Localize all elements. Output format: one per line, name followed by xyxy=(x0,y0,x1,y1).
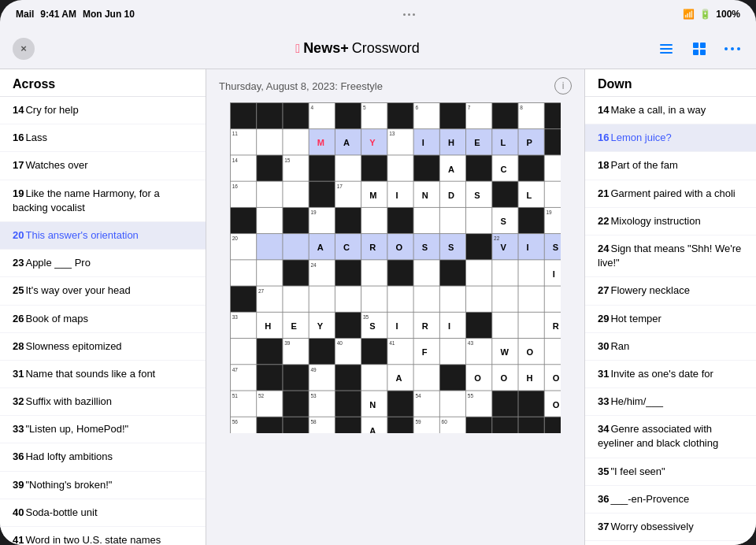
more-options-button[interactable] xyxy=(721,38,743,60)
status-left: Mail 9:41 AM Mon Jun 10 xyxy=(16,9,135,20)
svg-text:S: S xyxy=(474,191,480,200)
down-clue-35[interactable]: 35"I feel seen" xyxy=(585,458,756,486)
across-clue-20[interactable]: 20This answer's orientation xyxy=(0,222,206,250)
down-clue-14[interactable]: 14Make a call, in a way xyxy=(585,97,756,124)
across-clue-32[interactable]: 32Suffix with bazillion xyxy=(0,388,206,416)
status-center xyxy=(403,13,415,16)
svg-text:H: H xyxy=(448,138,454,147)
svg-text:A: A xyxy=(369,426,376,433)
svg-rect-208 xyxy=(335,365,361,390)
across-clue-39[interactable]: 39"Nothing's broken!" xyxy=(0,472,206,499)
across-clue-19[interactable]: 19Like the name Harmony, for a backing v… xyxy=(0,180,206,222)
down-clue-34[interactable]: 34Genre associated with eyeliner and bla… xyxy=(585,416,756,458)
svg-rect-152 xyxy=(387,287,413,312)
across-clue-41[interactable]: 41Word in two U.S. state names xyxy=(0,527,206,545)
svg-rect-136 xyxy=(361,260,387,285)
svg-rect-86 xyxy=(492,182,517,207)
svg-rect-154 xyxy=(440,287,465,312)
svg-rect-194 xyxy=(440,339,465,364)
down-clue-16[interactable]: 16Lemon juice? xyxy=(585,124,756,152)
down-clue-22[interactable]: 22Mixology instruction xyxy=(585,208,756,235)
across-clue-14[interactable]: 14Cry for help xyxy=(0,97,206,124)
crossword-grid[interactable]: .gc { fill: white; } .gb { fill: #1a1a1a… xyxy=(230,102,561,433)
svg-rect-97 xyxy=(387,208,413,233)
svg-rect-245 xyxy=(283,417,308,433)
list-view-button[interactable] xyxy=(655,38,677,60)
svg-text:24: 24 xyxy=(310,262,317,268)
svg-rect-167 xyxy=(335,313,361,338)
down-clue-29[interactable]: 29Hot temper xyxy=(585,306,756,333)
down-clue-33[interactable]: 33He/him/___ xyxy=(585,388,756,416)
across-clues-list: 14Cry for help 16Lass 17Watches over 19L… xyxy=(0,97,206,545)
svg-rect-201 xyxy=(545,339,561,364)
crossword-container[interactable]: .gc { fill: white; } .gb { fill: #1a1a1a… xyxy=(206,102,584,545)
svg-rect-108 xyxy=(257,234,282,259)
svg-text:58: 58 xyxy=(310,419,317,425)
svg-rect-259 xyxy=(545,417,561,433)
svg-rect-22 xyxy=(440,103,465,128)
svg-text:8: 8 xyxy=(520,105,523,110)
down-clue-18[interactable]: 18Part of the fam xyxy=(585,152,756,180)
svg-text:5: 5 xyxy=(363,105,366,110)
svg-rect-175 xyxy=(440,313,465,338)
svg-rect-157 xyxy=(518,287,543,312)
across-clue-36[interactable]: 36Had lofty ambitions xyxy=(0,443,206,471)
svg-rect-59 xyxy=(361,155,387,180)
svg-text:O: O xyxy=(474,373,481,383)
svg-rect-205 xyxy=(283,365,308,390)
close-button[interactable]: × xyxy=(13,38,35,60)
svg-text:O: O xyxy=(395,243,402,252)
grid-view-button[interactable] xyxy=(688,38,710,60)
time: 9:41 AM xyxy=(40,9,76,20)
down-clue-21[interactable]: 21Garment paired with a choli xyxy=(585,180,756,208)
down-clue-38[interactable]: 38Oaxaca coin xyxy=(585,541,756,545)
across-clue-16[interactable]: 16Lass xyxy=(0,124,206,152)
across-clue-17[interactable]: 17Watches over xyxy=(0,152,206,180)
svg-rect-232 xyxy=(387,391,413,416)
down-clue-31[interactable]: 31Invite as one's date for xyxy=(585,361,756,388)
across-clue-31[interactable]: 31Name that sounds like a font xyxy=(0,361,206,388)
svg-text:F: F xyxy=(422,347,428,357)
down-clue-37[interactable]: 37Worry obsessively xyxy=(585,513,756,541)
svg-text:I: I xyxy=(395,321,398,331)
svg-text:49: 49 xyxy=(310,367,317,373)
svg-text:22: 22 xyxy=(494,235,500,241)
info-button[interactable]: i xyxy=(554,77,572,95)
svg-rect-54 xyxy=(257,155,282,180)
svg-rect-204 xyxy=(257,365,282,390)
apple-logo-icon:  xyxy=(295,42,300,56)
svg-rect-73 xyxy=(309,182,335,207)
svg-rect-248 xyxy=(335,417,361,433)
across-clue-25[interactable]: 25It's way over your head xyxy=(0,277,206,305)
svg-point-9 xyxy=(737,47,740,50)
across-clue-33[interactable]: 33"Listen up, HomePod!" xyxy=(0,416,206,443)
svg-rect-151 xyxy=(361,287,387,312)
svg-rect-31 xyxy=(257,129,282,154)
svg-text:O: O xyxy=(553,400,560,410)
svg-rect-0 xyxy=(660,44,673,46)
across-clue-23[interactable]: 23Apple ___ Pro xyxy=(0,250,206,277)
down-clue-27[interactable]: 27Flowery necklace xyxy=(585,277,756,305)
top-bar-actions xyxy=(655,38,743,60)
svg-text:19: 19 xyxy=(310,209,317,215)
svg-text:S: S xyxy=(369,321,375,331)
down-panel: Down 14Make a call, in a way 16Lemon jui… xyxy=(584,69,756,545)
across-clue-40[interactable]: 40Soda-bottle unit xyxy=(0,499,206,527)
across-clue-28[interactable]: 28Slowness epitomized xyxy=(0,333,206,361)
down-clue-36[interactable]: 36___-en-Provence xyxy=(585,486,756,513)
battery-percent: 100% xyxy=(716,9,740,20)
svg-rect-41 xyxy=(414,129,439,154)
svg-rect-78 xyxy=(387,182,413,207)
svg-text:6: 6 xyxy=(415,105,418,110)
svg-text:56: 56 xyxy=(232,419,239,425)
svg-rect-1 xyxy=(660,48,673,50)
svg-text:S: S xyxy=(422,243,428,252)
svg-rect-32 xyxy=(283,129,308,154)
across-clue-26[interactable]: 26Book of maps xyxy=(0,306,206,333)
svg-rect-238 xyxy=(492,391,517,416)
down-clue-30[interactable]: 30Ran xyxy=(585,333,756,361)
svg-text:33: 33 xyxy=(232,314,239,320)
svg-rect-213 xyxy=(440,365,465,390)
svg-point-7 xyxy=(724,47,728,50)
down-clue-24[interactable]: 24Sign that means "Shh! We're live!" xyxy=(585,235,756,277)
